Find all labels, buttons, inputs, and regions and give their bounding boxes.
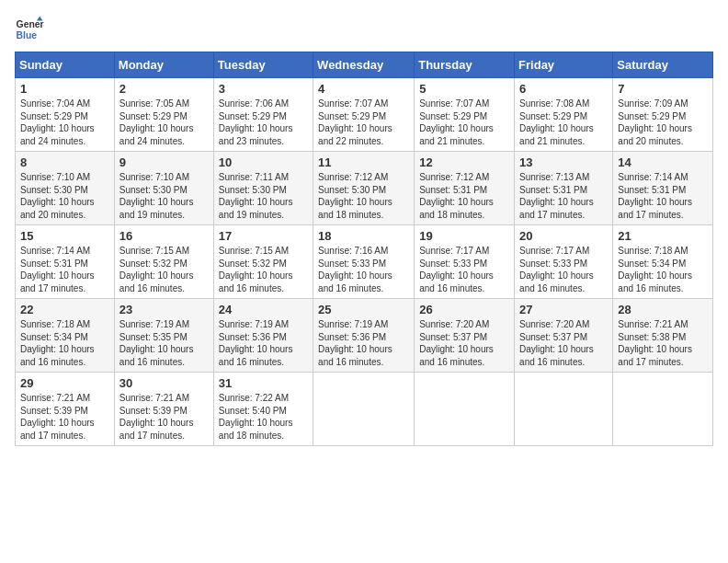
- day-info: Sunrise: 7:06 AMSunset: 5:29 PMDaylight:…: [219, 98, 308, 147]
- calendar-week-row: 1Sunrise: 7:04 AMSunset: 5:29 PMDaylight…: [16, 78, 713, 152]
- day-info: Sunrise: 7:19 AMSunset: 5:35 PMDaylight:…: [119, 318, 209, 368]
- calendar-cell: 16Sunrise: 7:15 AMSunset: 5:32 PMDayligh…: [114, 225, 213, 299]
- day-info: Sunrise: 7:19 AMSunset: 5:36 PMDaylight:…: [318, 318, 409, 368]
- calendar-cell: 12Sunrise: 7:12 AMSunset: 5:31 PMDayligh…: [415, 152, 515, 225]
- day-number: 30: [119, 376, 209, 390]
- day-number: 2: [119, 82, 209, 96]
- day-number: 6: [519, 82, 608, 96]
- day-info: Sunrise: 7:14 AMSunset: 5:31 PMDaylight:…: [618, 171, 708, 221]
- calendar-header-row: SundayMondayTuesdayWednesdayThursdayFrid…: [16, 52, 713, 78]
- day-number: 13: [519, 155, 608, 169]
- calendar-cell: 31Sunrise: 7:22 AMSunset: 5:40 PMDayligh…: [213, 373, 313, 446]
- day-number: 8: [20, 155, 109, 169]
- calendar-cell: 19Sunrise: 7:17 AMSunset: 5:33 PMDayligh…: [415, 225, 515, 299]
- calendar-cell: 15Sunrise: 7:14 AMSunset: 5:31 PMDayligh…: [16, 225, 115, 299]
- day-number: 31: [219, 376, 308, 390]
- day-number: 5: [419, 82, 509, 96]
- day-info: Sunrise: 7:18 AMSunset: 5:34 PMDaylight:…: [618, 245, 708, 294]
- page-header: General Blue: [15, 15, 713, 44]
- day-info: Sunrise: 7:11 AMSunset: 5:30 PMDaylight:…: [219, 171, 308, 221]
- day-number: 21: [618, 229, 708, 243]
- day-info: Sunrise: 7:10 AMSunset: 5:30 PMDaylight:…: [119, 171, 209, 221]
- day-info: Sunrise: 7:08 AMSunset: 5:29 PMDaylight:…: [519, 98, 608, 147]
- day-number: 23: [119, 303, 209, 316]
- day-number: 9: [119, 155, 209, 169]
- day-of-week-header: Tuesday: [213, 52, 313, 78]
- day-number: 28: [618, 303, 708, 316]
- day-number: 27: [519, 303, 608, 316]
- day-number: 12: [419, 155, 509, 169]
- calendar-cell: 24Sunrise: 7:19 AMSunset: 5:36 PMDayligh…: [213, 299, 313, 373]
- calendar-cell: 3Sunrise: 7:06 AMSunset: 5:29 PMDaylight…: [213, 78, 313, 152]
- day-info: Sunrise: 7:19 AMSunset: 5:36 PMDaylight:…: [219, 318, 308, 368]
- logo-icon: General Blue: [15, 15, 44, 44]
- day-of-week-header: Thursday: [415, 52, 515, 78]
- day-info: Sunrise: 7:21 AMSunset: 5:38 PMDaylight:…: [618, 318, 708, 368]
- day-number: 24: [219, 303, 308, 316]
- day-info: Sunrise: 7:13 AMSunset: 5:31 PMDaylight:…: [519, 171, 608, 221]
- day-info: Sunrise: 7:21 AMSunset: 5:39 PMDaylight:…: [119, 392, 209, 442]
- day-of-week-header: Friday: [515, 52, 613, 78]
- calendar-week-row: 29Sunrise: 7:21 AMSunset: 5:39 PMDayligh…: [16, 373, 713, 446]
- day-number: 19: [419, 229, 509, 243]
- day-info: Sunrise: 7:10 AMSunset: 5:30 PMDaylight:…: [20, 171, 109, 221]
- calendar-cell: 2Sunrise: 7:05 AMSunset: 5:29 PMDaylight…: [114, 78, 213, 152]
- day-info: Sunrise: 7:09 AMSunset: 5:29 PMDaylight:…: [618, 98, 708, 147]
- calendar-cell: 13Sunrise: 7:13 AMSunset: 5:31 PMDayligh…: [515, 152, 613, 225]
- day-info: Sunrise: 7:21 AMSunset: 5:39 PMDaylight:…: [20, 392, 109, 442]
- calendar-week-row: 22Sunrise: 7:18 AMSunset: 5:34 PMDayligh…: [16, 299, 713, 373]
- calendar-cell: 9Sunrise: 7:10 AMSunset: 5:30 PMDaylight…: [114, 152, 213, 225]
- calendar-cell: [613, 373, 713, 446]
- day-number: 29: [20, 376, 109, 390]
- calendar-cell: 23Sunrise: 7:19 AMSunset: 5:35 PMDayligh…: [114, 299, 213, 373]
- calendar-cell: 14Sunrise: 7:14 AMSunset: 5:31 PMDayligh…: [613, 152, 713, 225]
- calendar-cell: 27Sunrise: 7:20 AMSunset: 5:37 PMDayligh…: [515, 299, 613, 373]
- svg-text:General: General: [17, 19, 44, 29]
- day-number: 15: [20, 229, 109, 243]
- day-info: Sunrise: 7:20 AMSunset: 5:37 PMDaylight:…: [519, 318, 608, 368]
- calendar-cell: 17Sunrise: 7:15 AMSunset: 5:32 PMDayligh…: [213, 225, 313, 299]
- calendar-week-row: 15Sunrise: 7:14 AMSunset: 5:31 PMDayligh…: [16, 225, 713, 299]
- day-number: 22: [20, 303, 109, 316]
- calendar-cell: [313, 373, 415, 446]
- day-info: Sunrise: 7:20 AMSunset: 5:37 PMDaylight:…: [419, 318, 509, 368]
- logo: General Blue: [15, 15, 44, 44]
- calendar-cell: 20Sunrise: 7:17 AMSunset: 5:33 PMDayligh…: [515, 225, 613, 299]
- day-number: 1: [20, 82, 109, 96]
- day-number: 14: [618, 155, 708, 169]
- calendar-cell: 25Sunrise: 7:19 AMSunset: 5:36 PMDayligh…: [313, 299, 415, 373]
- day-of-week-header: Wednesday: [313, 52, 415, 78]
- calendar-table: SundayMondayTuesdayWednesdayThursdayFrid…: [15, 52, 713, 446]
- day-number: 17: [219, 229, 308, 243]
- calendar-cell: 1Sunrise: 7:04 AMSunset: 5:29 PMDaylight…: [16, 78, 115, 152]
- day-of-week-header: Monday: [114, 52, 213, 78]
- day-info: Sunrise: 7:15 AMSunset: 5:32 PMDaylight:…: [119, 245, 209, 294]
- svg-text:Blue: Blue: [17, 30, 38, 40]
- calendar-cell: 10Sunrise: 7:11 AMSunset: 5:30 PMDayligh…: [213, 152, 313, 225]
- calendar-cell: 29Sunrise: 7:21 AMSunset: 5:39 PMDayligh…: [16, 373, 115, 446]
- calendar-cell: 18Sunrise: 7:16 AMSunset: 5:33 PMDayligh…: [313, 225, 415, 299]
- calendar-cell: 8Sunrise: 7:10 AMSunset: 5:30 PMDaylight…: [16, 152, 115, 225]
- calendar-cell: 26Sunrise: 7:20 AMSunset: 5:37 PMDayligh…: [415, 299, 515, 373]
- calendar-cell: [515, 373, 613, 446]
- day-info: Sunrise: 7:04 AMSunset: 5:29 PMDaylight:…: [20, 98, 109, 147]
- day-number: 25: [318, 303, 409, 316]
- day-number: 7: [618, 82, 708, 96]
- day-number: 18: [318, 229, 409, 243]
- calendar-cell: 21Sunrise: 7:18 AMSunset: 5:34 PMDayligh…: [613, 225, 713, 299]
- day-info: Sunrise: 7:15 AMSunset: 5:32 PMDaylight:…: [219, 245, 308, 294]
- day-info: Sunrise: 7:07 AMSunset: 5:29 PMDaylight:…: [419, 98, 509, 147]
- day-number: 11: [318, 155, 409, 169]
- day-of-week-header: Sunday: [16, 52, 115, 78]
- calendar-cell: [415, 373, 515, 446]
- calendar-cell: 6Sunrise: 7:08 AMSunset: 5:29 PMDaylight…: [515, 78, 613, 152]
- svg-marker-2: [37, 17, 42, 21]
- day-info: Sunrise: 7:07 AMSunset: 5:29 PMDaylight:…: [318, 98, 409, 147]
- day-number: 20: [519, 229, 608, 243]
- day-of-week-header: Saturday: [613, 52, 713, 78]
- day-info: Sunrise: 7:16 AMSunset: 5:33 PMDaylight:…: [318, 245, 409, 294]
- calendar-cell: 22Sunrise: 7:18 AMSunset: 5:34 PMDayligh…: [16, 299, 115, 373]
- day-info: Sunrise: 7:18 AMSunset: 5:34 PMDaylight:…: [20, 318, 109, 368]
- calendar-cell: 7Sunrise: 7:09 AMSunset: 5:29 PMDaylight…: [613, 78, 713, 152]
- day-number: 4: [318, 82, 409, 96]
